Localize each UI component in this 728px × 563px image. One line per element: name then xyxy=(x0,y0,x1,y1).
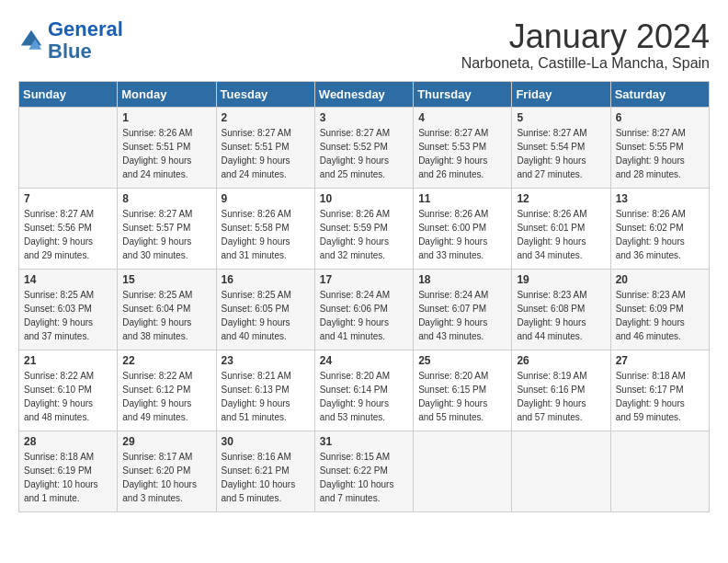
day-cell: 7Sunrise: 8:27 AM Sunset: 5:56 PM Daylig… xyxy=(19,188,118,269)
day-cell: 30Sunrise: 8:16 AM Sunset: 6:21 PM Dayli… xyxy=(216,431,314,511)
week-row-4: 28Sunrise: 8:18 AM Sunset: 6:19 PM Dayli… xyxy=(19,431,710,511)
day-cell: 20Sunrise: 8:23 AM Sunset: 6:09 PM Dayli… xyxy=(610,269,709,350)
day-info: Sunrise: 8:23 AM Sunset: 6:09 PM Dayligh… xyxy=(616,288,704,343)
day-number: 13 xyxy=(616,192,704,205)
day-number: 14 xyxy=(24,273,112,286)
day-cell: 31Sunrise: 8:15 AM Sunset: 6:22 PM Dayli… xyxy=(314,431,413,511)
day-cell: 26Sunrise: 8:19 AM Sunset: 6:16 PM Dayli… xyxy=(512,350,610,431)
svg-marker-0 xyxy=(21,30,41,46)
day-number: 15 xyxy=(122,273,210,286)
header-cell-monday: Monday xyxy=(118,81,216,107)
day-info: Sunrise: 8:16 AM Sunset: 6:21 PM Dayligh… xyxy=(222,450,310,505)
day-info: Sunrise: 8:20 AM Sunset: 6:15 PM Dayligh… xyxy=(418,369,506,424)
day-cell: 28Sunrise: 8:18 AM Sunset: 6:19 PM Dayli… xyxy=(19,431,118,511)
day-cell: 5Sunrise: 8:27 AM Sunset: 5:54 PM Daylig… xyxy=(512,107,610,188)
day-cell: 17Sunrise: 8:24 AM Sunset: 6:06 PM Dayli… xyxy=(314,269,413,350)
day-info: Sunrise: 8:27 AM Sunset: 5:55 PM Dayligh… xyxy=(616,126,704,181)
calendar-title: January 2024 xyxy=(461,18,710,55)
day-info: Sunrise: 8:24 AM Sunset: 6:06 PM Dayligh… xyxy=(320,288,408,343)
day-cell: 22Sunrise: 8:22 AM Sunset: 6:12 PM Dayli… xyxy=(118,350,216,431)
header-cell-sunday: Sunday xyxy=(19,81,118,107)
day-number: 5 xyxy=(517,111,605,124)
day-number: 26 xyxy=(517,354,605,367)
day-cell: 2Sunrise: 8:27 AM Sunset: 5:51 PM Daylig… xyxy=(216,107,314,188)
day-cell: 19Sunrise: 8:23 AM Sunset: 6:08 PM Dayli… xyxy=(512,269,610,350)
day-number: 7 xyxy=(24,192,112,205)
calendar-table: SundayMondayTuesdayWednesdayThursdayFrid… xyxy=(18,81,710,512)
day-number: 8 xyxy=(122,192,210,205)
day-info: Sunrise: 8:18 AM Sunset: 6:19 PM Dayligh… xyxy=(24,450,112,505)
week-row-0: 1Sunrise: 8:26 AM Sunset: 5:51 PM Daylig… xyxy=(19,107,710,188)
day-cell: 16Sunrise: 8:25 AM Sunset: 6:05 PM Dayli… xyxy=(216,269,314,350)
day-number: 3 xyxy=(320,111,408,124)
day-number: 25 xyxy=(418,354,506,367)
day-number: 27 xyxy=(616,354,704,367)
day-cell: 29Sunrise: 8:17 AM Sunset: 6:20 PM Dayli… xyxy=(118,431,216,511)
day-number: 29 xyxy=(122,435,210,448)
day-cell: 15Sunrise: 8:25 AM Sunset: 6:04 PM Dayli… xyxy=(118,269,216,350)
day-cell: 23Sunrise: 8:21 AM Sunset: 6:13 PM Dayli… xyxy=(216,350,314,431)
day-info: Sunrise: 8:26 AM Sunset: 6:02 PM Dayligh… xyxy=(616,207,704,262)
day-info: Sunrise: 8:22 AM Sunset: 6:10 PM Dayligh… xyxy=(24,369,112,424)
day-info: Sunrise: 8:27 AM Sunset: 5:51 PM Dayligh… xyxy=(222,126,310,181)
day-info: Sunrise: 8:27 AM Sunset: 5:57 PM Dayligh… xyxy=(122,207,210,262)
day-info: Sunrise: 8:20 AM Sunset: 6:14 PM Dayligh… xyxy=(320,369,408,424)
page: General Blue January 2024 Narboneta, Cas… xyxy=(0,0,728,522)
day-cell xyxy=(19,107,118,188)
calendar-header-row: SundayMondayTuesdayWednesdayThursdayFrid… xyxy=(19,81,710,107)
header-cell-wednesday: Wednesday xyxy=(314,81,413,107)
day-cell: 21Sunrise: 8:22 AM Sunset: 6:10 PM Dayli… xyxy=(19,350,118,431)
day-number: 30 xyxy=(222,435,310,448)
day-info: Sunrise: 8:26 AM Sunset: 5:58 PM Dayligh… xyxy=(222,207,310,262)
header-cell-friday: Friday xyxy=(512,81,610,107)
day-number: 1 xyxy=(122,111,210,124)
day-info: Sunrise: 8:25 AM Sunset: 6:03 PM Dayligh… xyxy=(24,288,112,343)
calendar-subtitle: Narboneta, Castille-La Mancha, Spain xyxy=(461,55,710,72)
logo: General Blue xyxy=(18,18,123,63)
day-info: Sunrise: 8:27 AM Sunset: 5:53 PM Dayligh… xyxy=(418,126,506,181)
title-block: January 2024 Narboneta, Castille-La Manc… xyxy=(461,18,710,72)
day-number: 16 xyxy=(222,273,310,286)
day-info: Sunrise: 8:26 AM Sunset: 5:59 PM Dayligh… xyxy=(320,207,408,262)
header: General Blue January 2024 Narboneta, Cas… xyxy=(18,18,710,72)
day-cell: 3Sunrise: 8:27 AM Sunset: 5:52 PM Daylig… xyxy=(314,107,413,188)
header-cell-tuesday: Tuesday xyxy=(216,81,314,107)
day-info: Sunrise: 8:22 AM Sunset: 6:12 PM Dayligh… xyxy=(122,369,210,424)
day-info: Sunrise: 8:25 AM Sunset: 6:04 PM Dayligh… xyxy=(122,288,210,343)
day-number: 6 xyxy=(616,111,704,124)
day-info: Sunrise: 8:17 AM Sunset: 6:20 PM Dayligh… xyxy=(122,450,210,505)
day-number: 4 xyxy=(418,111,506,124)
day-number: 19 xyxy=(517,273,605,286)
day-number: 22 xyxy=(122,354,210,367)
day-cell: 4Sunrise: 8:27 AM Sunset: 5:53 PM Daylig… xyxy=(414,107,512,188)
day-info: Sunrise: 8:24 AM Sunset: 6:07 PM Dayligh… xyxy=(418,288,506,343)
day-info: Sunrise: 8:27 AM Sunset: 5:56 PM Dayligh… xyxy=(24,207,112,262)
day-cell: 9Sunrise: 8:26 AM Sunset: 5:58 PM Daylig… xyxy=(216,188,314,269)
day-cell: 12Sunrise: 8:26 AM Sunset: 6:01 PM Dayli… xyxy=(512,188,610,269)
day-cell: 27Sunrise: 8:18 AM Sunset: 6:17 PM Dayli… xyxy=(610,350,709,431)
day-info: Sunrise: 8:15 AM Sunset: 6:22 PM Dayligh… xyxy=(320,450,408,505)
day-cell xyxy=(610,431,709,511)
day-cell: 18Sunrise: 8:24 AM Sunset: 6:07 PM Dayli… xyxy=(414,269,512,350)
day-number: 12 xyxy=(517,192,605,205)
day-info: Sunrise: 8:26 AM Sunset: 6:01 PM Dayligh… xyxy=(517,207,605,262)
day-number: 28 xyxy=(24,435,112,448)
day-info: Sunrise: 8:25 AM Sunset: 6:05 PM Dayligh… xyxy=(222,288,310,343)
day-cell: 8Sunrise: 8:27 AM Sunset: 5:57 PM Daylig… xyxy=(118,188,216,269)
day-info: Sunrise: 8:27 AM Sunset: 5:52 PM Dayligh… xyxy=(320,126,408,181)
day-info: Sunrise: 8:23 AM Sunset: 6:08 PM Dayligh… xyxy=(517,288,605,343)
day-number: 2 xyxy=(222,111,310,124)
day-cell: 6Sunrise: 8:27 AM Sunset: 5:55 PM Daylig… xyxy=(610,107,709,188)
day-cell: 14Sunrise: 8:25 AM Sunset: 6:03 PM Dayli… xyxy=(19,269,118,350)
logo-icon xyxy=(18,28,44,53)
day-cell: 11Sunrise: 8:26 AM Sunset: 6:00 PM Dayli… xyxy=(414,188,512,269)
header-cell-thursday: Thursday xyxy=(414,81,512,107)
day-cell: 13Sunrise: 8:26 AM Sunset: 6:02 PM Dayli… xyxy=(610,188,709,269)
day-number: 21 xyxy=(24,354,112,367)
day-info: Sunrise: 8:26 AM Sunset: 6:00 PM Dayligh… xyxy=(418,207,506,262)
day-number: 20 xyxy=(616,273,704,286)
day-cell: 1Sunrise: 8:26 AM Sunset: 5:51 PM Daylig… xyxy=(118,107,216,188)
day-number: 24 xyxy=(320,354,408,367)
day-cell: 24Sunrise: 8:20 AM Sunset: 6:14 PM Dayli… xyxy=(314,350,413,431)
day-number: 23 xyxy=(222,354,310,367)
